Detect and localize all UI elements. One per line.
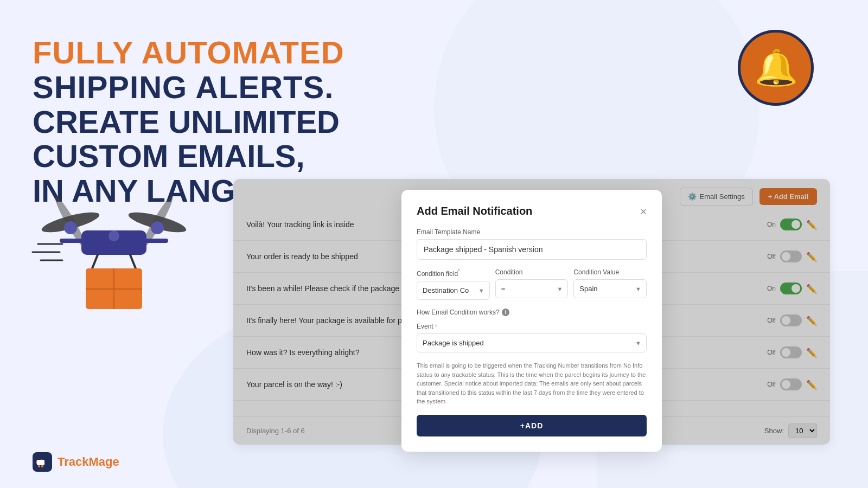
svg-point-9 — [108, 230, 119, 241]
condition-value-label: Condition Value — [573, 268, 647, 276]
headline-navy: SHIPPING ALERTS. — [33, 69, 334, 105]
how-condition-link[interactable]: How Email Condition works? i — [417, 309, 647, 316]
modal-header: Add Email Notification × — [417, 205, 647, 217]
event-select[interactable]: Package is shipped Package delivered Out… — [417, 333, 647, 352]
template-name-input[interactable] — [417, 239, 647, 260]
headline-line2: CREATE UNLIMITED CUSTOM EMAILS, — [33, 105, 412, 174]
svg-rect-22 — [37, 460, 44, 465]
template-name-label: Email Template Name — [417, 228, 647, 236]
condition-value-wrapper: Spain France Germany USA ▼ — [573, 279, 647, 298]
svg-rect-23 — [38, 465, 40, 467]
logo-icon: ➡ — [33, 452, 52, 472]
trackmage-logo: ➡ TrackMage — [33, 452, 119, 472]
event-group: Event* Package is shipped Package delive… — [417, 323, 647, 352]
condition-field-label: Condition field* — [417, 268, 490, 278]
condition-row: Condition field* Destination Co Origin C… — [417, 268, 647, 300]
info-icon: i — [502, 309, 509, 316]
condition-op-select[interactable]: = != contains — [495, 279, 569, 298]
condition-value-select[interactable]: Spain France Germany USA — [573, 279, 647, 298]
event-label: Event* — [417, 323, 647, 330]
how-condition-text: How Email Condition works? — [417, 309, 500, 316]
condition-value-col: Condition Value Spain France Germany USA… — [573, 268, 647, 300]
svg-point-7 — [64, 221, 77, 234]
email-list-panel: ⚙️ Email Settings + Add Email Voilà! You… — [233, 179, 830, 445]
svg-line-10 — [92, 255, 98, 268]
svg-line-11 — [130, 255, 136, 268]
bell-icon: 🔔 — [754, 47, 798, 88]
headline-orange: FULLY AUTOMATED — [33, 35, 344, 70]
template-name-group: Email Template Name — [417, 228, 647, 260]
modal-close-button[interactable]: × — [640, 206, 647, 217]
svg-rect-6 — [136, 239, 168, 243]
condition-field-wrapper: Destination Co Origin Country Carrier ▼ — [417, 281, 490, 300]
event-description: This email is going to be triggered when… — [417, 361, 647, 406]
condition-op-label: Condition — [495, 268, 569, 276]
logo-track: Track — [58, 455, 89, 468]
main-content: ⚙️ Email Settings + Add Email Voilà! You… — [233, 179, 830, 445]
condition-op-col: Condition = != contains ▼ — [495, 268, 569, 300]
svg-rect-24 — [41, 465, 43, 467]
bell-icon-container: 🔔 — [738, 30, 814, 106]
add-email-modal: Add Email Notification × Email Template … — [401, 190, 662, 452]
logo-mage: Mage — [89, 455, 119, 468]
modal-overlay: Add Email Notification × Email Template … — [233, 179, 830, 445]
logo-text: TrackMage — [58, 455, 119, 469]
svg-rect-5 — [60, 239, 92, 243]
add-button[interactable]: +ADD — [417, 415, 647, 436]
condition-op-wrapper: = != contains ▼ — [495, 279, 569, 298]
event-select-wrapper: Package is shipped Package delivered Out… — [417, 333, 647, 352]
svg-point-8 — [151, 221, 164, 234]
condition-field-col: Condition field* Destination Co Origin C… — [417, 268, 490, 300]
headline-line1: FULLY AUTOMATED SHIPPING ALERTS. — [33, 35, 412, 105]
condition-field-select[interactable]: Destination Co Origin Country Carrier — [417, 281, 490, 300]
modal-title: Add Email Notification — [417, 205, 532, 217]
drone-illustration — [27, 174, 201, 314]
